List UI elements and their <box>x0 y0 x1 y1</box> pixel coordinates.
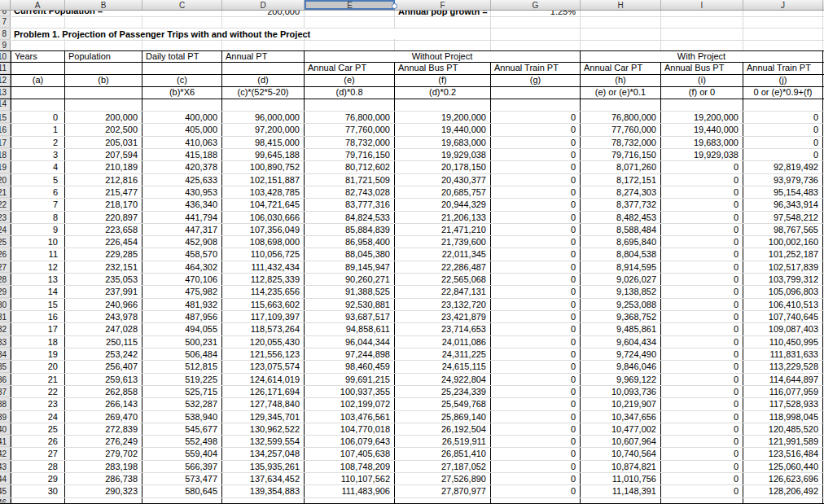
population-cell[interactable]: 256,407 <box>65 361 142 372</box>
population-value-cell[interactable]: 200,000 <box>222 11 305 16</box>
w-annual-car-pt-cell[interactable]: 79,716,150 <box>581 149 661 160</box>
year-cell[interactable]: 23 <box>11 398 65 410</box>
wo-annual-train-pt-cell[interactable]: 0 <box>491 199 581 210</box>
w-annual-bus-pt-cell[interactable]: 0 <box>661 323 743 335</box>
annual-pt-cell[interactable]: 100,890,752 <box>222 161 305 173</box>
cell[interactable] <box>395 498 491 504</box>
wo-annual-car-pt-cell[interactable]: 110,107,562 <box>305 473 395 484</box>
wo-annual-train-pt-cell[interactable]: 0 <box>491 461 581 472</box>
wo-annual-train-pt-cell[interactable]: 0 <box>491 423 581 435</box>
wo-annual-car-pt-cell[interactable]: 102,199,072 <box>305 398 395 410</box>
w-annual-train-pt-cell[interactable]: 116,077,959 <box>743 386 823 397</box>
cell[interactable] <box>142 99 222 111</box>
w-annual-car-pt-cell[interactable]: 10,740,564 <box>581 448 661 459</box>
population-cell[interactable]: 237,991 <box>65 286 142 297</box>
year-cell[interactable]: 22 <box>11 386 65 397</box>
wo-annual-bus-pt-cell[interactable]: 24,615,115 <box>395 361 491 372</box>
wo-annual-bus-pt-cell[interactable]: 21,206,133 <box>395 212 491 223</box>
population-cell[interactable]: 202,500 <box>65 124 142 135</box>
column-header-e-selected[interactable]: E <box>305 0 395 10</box>
column-header-d[interactable]: D <box>222 0 305 10</box>
wo-annual-train-pt-cell[interactable]: 0 <box>491 236 581 248</box>
year-cell[interactable]: 18 <box>11 336 65 348</box>
w-annual-bus-pt-cell[interactable]: 0 <box>661 186 743 198</box>
w-annual-train-pt-cell[interactable]: 103,799,312 <box>743 274 823 285</box>
wo-annual-bus-pt-cell[interactable]: 20,944,329 <box>395 199 491 210</box>
daily-total-pt-cell[interactable]: 436,340 <box>142 199 222 210</box>
annual-pt-cell[interactable]: 111,432,434 <box>222 261 305 273</box>
wo-annual-car-pt-cell[interactable]: 94,858,611 <box>305 323 395 335</box>
population-cell[interactable]: 205,031 <box>65 137 142 148</box>
w-annual-car-pt-cell[interactable]: 9,138,852 <box>581 286 661 297</box>
column-header-j[interactable]: J <box>743 0 823 10</box>
cell[interactable] <box>222 99 305 111</box>
wo-annual-bus-pt-cell[interactable]: 25,234,339 <box>395 386 491 397</box>
year-cell[interactable]: 10 <box>11 236 65 248</box>
wo-annual-train-pt-cell[interactable]: 0 <box>491 311 581 322</box>
wo-annual-bus-pt-cell[interactable]: 24,922,804 <box>395 374 491 385</box>
year-cell[interactable]: 20 <box>11 361 65 372</box>
formula-cell[interactable] <box>491 87 581 99</box>
wo-annual-train-pt-cell[interactable]: 0 <box>491 348 581 360</box>
wo-annual-train-pt-cell[interactable]: 0 <box>491 323 581 335</box>
year-cell[interactable]: 15 <box>11 299 65 310</box>
header-wo-train-cell[interactable]: Annual Train PT <box>491 63 581 74</box>
population-cell[interactable]: 283,198 <box>65 461 142 472</box>
annual-pt-cell[interactable]: 120,055,430 <box>222 336 305 348</box>
w-annual-bus-pt-cell[interactable]: 0 <box>661 423 743 435</box>
w-annual-car-pt-cell[interactable]: 8,377,732 <box>581 199 661 210</box>
header-daily-total-cell[interactable]: Daily total PT <box>142 51 222 62</box>
population-cell[interactable]: 269,470 <box>65 411 142 423</box>
wo-annual-bus-pt-cell[interactable]: 24,311,225 <box>395 348 491 360</box>
cell[interactable] <box>743 99 823 111</box>
letter-cell[interactable]: (e) <box>305 75 395 86</box>
cell[interactable] <box>305 11 395 16</box>
cell[interactable] <box>222 498 305 504</box>
cell[interactable] <box>743 11 823 16</box>
wo-annual-car-pt-cell[interactable]: 86,958,400 <box>305 236 395 248</box>
wo-annual-car-pt-cell[interactable]: 89,145,947 <box>305 261 395 273</box>
annual-pt-cell[interactable]: 121,556,123 <box>222 348 305 360</box>
annual-pt-cell[interactable]: 117,109,397 <box>222 311 305 322</box>
column-header-a[interactable]: A <box>11 0 65 10</box>
population-label-cell[interactable]: Current Population = <box>11 11 142 15</box>
w-annual-car-pt-cell[interactable]: 77,760,000 <box>581 124 661 135</box>
daily-total-pt-cell[interactable]: 494,055 <box>142 323 222 335</box>
cell[interactable] <box>11 498 65 504</box>
letter-cell[interactable]: (d) <box>222 75 305 86</box>
wo-annual-bus-pt-cell[interactable]: 22,286,487 <box>395 261 491 273</box>
wo-annual-car-pt-cell[interactable]: 98,460,459 <box>305 361 395 372</box>
daily-total-pt-cell[interactable]: 441,794 <box>142 212 222 223</box>
cell[interactable] <box>661 17 743 28</box>
cell[interactable] <box>491 41 581 50</box>
wo-annual-car-pt-cell[interactable]: 80,712,602 <box>305 161 395 173</box>
cell[interactable] <box>65 99 142 111</box>
year-cell[interactable]: 7 <box>11 199 65 210</box>
wo-annual-train-pt-cell[interactable]: 0 <box>491 386 581 397</box>
wo-annual-bus-pt-cell[interactable]: 26,192,504 <box>395 423 491 435</box>
daily-total-pt-cell[interactable]: 573,477 <box>142 473 222 484</box>
wo-annual-car-pt-cell[interactable]: 88,045,380 <box>305 248 395 260</box>
wo-annual-car-pt-cell[interactable]: 103,476,561 <box>305 411 395 423</box>
daily-total-pt-cell[interactable]: 400,000 <box>142 112 222 123</box>
wo-annual-bus-pt-cell[interactable]: 21,471,210 <box>395 224 491 235</box>
year-cell[interactable]: 12 <box>11 261 65 273</box>
wo-annual-train-pt-cell[interactable]: 0 <box>491 161 581 173</box>
cell[interactable] <box>395 99 491 111</box>
year-cell[interactable]: 19 <box>11 348 65 360</box>
wo-annual-bus-pt-cell[interactable]: 25,869,140 <box>395 411 491 423</box>
row-header[interactable]: 41 <box>0 436 11 447</box>
daily-total-pt-cell[interactable]: 506,484 <box>142 348 222 360</box>
population-cell[interactable]: 220,897 <box>65 212 142 223</box>
w-annual-train-pt-cell[interactable]: 121,991,589 <box>743 436 823 447</box>
w-annual-car-pt-cell[interactable]: 9,026,027 <box>581 274 661 285</box>
letter-cell[interactable]: (f) <box>395 75 491 86</box>
wo-annual-car-pt-cell[interactable]: 91,388,525 <box>305 286 395 297</box>
wo-annual-bus-pt-cell[interactable]: 23,714,653 <box>395 323 491 335</box>
wo-annual-train-pt-cell[interactable]: 0 <box>491 374 581 385</box>
row-header[interactable]: 39 <box>0 411 11 423</box>
row-header[interactable]: 31 <box>0 311 11 322</box>
w-annual-train-pt-cell[interactable]: 120,485,520 <box>743 423 823 435</box>
annual-pt-cell[interactable]: 110,056,725 <box>222 248 305 260</box>
wo-annual-train-pt-cell[interactable]: 0 <box>491 186 581 198</box>
